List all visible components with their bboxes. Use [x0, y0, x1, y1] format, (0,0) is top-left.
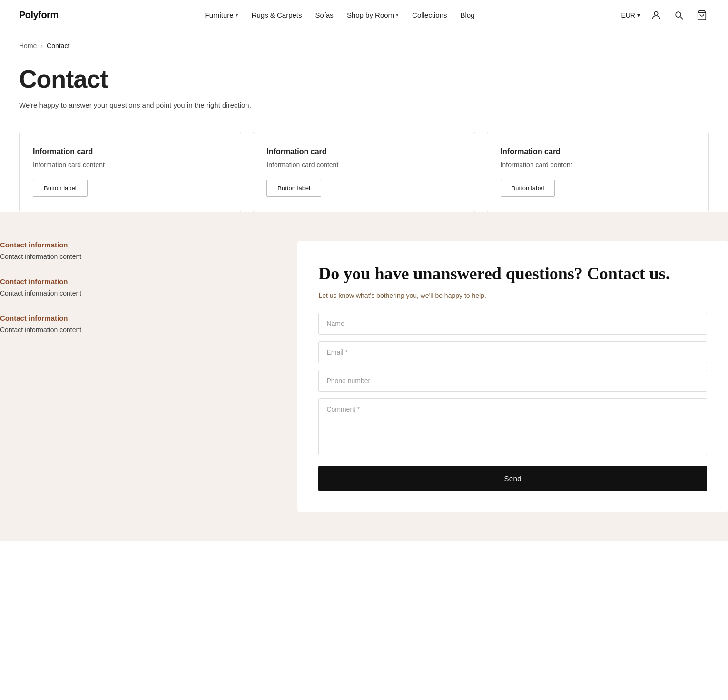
user-icon	[651, 10, 661, 20]
card-button-3[interactable]: Button label	[501, 180, 555, 197]
nav-label: Sofas	[315, 11, 334, 19]
card-button-2[interactable]: Button label	[266, 180, 321, 197]
contact-info-col: Contact information Contact information …	[0, 241, 269, 351]
chevron-down-icon: ▾	[236, 12, 238, 18]
nav-item-furniture[interactable]: Furniture ▾	[205, 11, 238, 19]
card-title: Information card	[33, 148, 227, 156]
nav-label: Rugs & Carpets	[252, 11, 302, 19]
card-content: Information card content	[266, 161, 461, 168]
phone-input[interactable]	[318, 370, 707, 392]
nav-item-collections[interactable]: Collections	[412, 11, 447, 19]
contact-info-label-3: Contact information	[0, 314, 269, 322]
currency-label: EUR	[621, 11, 635, 19]
breadcrumb-current: Contact	[47, 42, 69, 49]
email-input[interactable]	[318, 341, 707, 363]
contact-section: Contact information Contact information …	[0, 212, 728, 541]
nav-item-sofas[interactable]: Sofas	[315, 11, 334, 19]
contact-info-block-3: Contact information Contact information …	[0, 314, 269, 334]
header: Polyform Furniture ▾ Rugs & Carpets Sofa…	[0, 0, 728, 30]
svg-point-1	[676, 12, 681, 17]
svg-line-2	[680, 17, 683, 19]
search-icon	[674, 10, 684, 20]
card-button-1[interactable]: Button label	[33, 180, 88, 197]
card-content: Information card content	[33, 161, 227, 168]
chevron-down-icon: ▾	[637, 11, 640, 19]
account-button[interactable]	[649, 8, 663, 22]
svg-point-0	[654, 11, 658, 15]
nav-item-blog[interactable]: Blog	[460, 11, 474, 19]
search-button[interactable]	[672, 8, 686, 22]
page-title: Contact	[19, 65, 709, 93]
cards-grid: Information card Information card conten…	[19, 132, 709, 212]
info-card-3: Information card Information card conten…	[487, 132, 709, 212]
breadcrumb-separator: ›	[40, 42, 43, 49]
contact-form-card: Do you have unanswered questions? Contac…	[297, 241, 728, 512]
logo[interactable]: Polyform	[19, 10, 59, 20]
nav-label: Furniture	[205, 11, 234, 19]
contact-info-label-1: Contact information	[0, 241, 269, 249]
info-card-2: Information card Information card conten…	[253, 132, 475, 212]
page-subtitle: We're happy to answer your questions and…	[19, 101, 709, 109]
contact-info-content-2: Contact information content	[0, 289, 269, 297]
nav-label: Shop by Room	[347, 11, 394, 19]
nav-label: Collections	[412, 11, 447, 19]
nav-label: Blog	[460, 11, 474, 19]
card-title: Information card	[501, 148, 695, 156]
name-input[interactable]	[318, 313, 707, 335]
header-actions: EUR ▾	[621, 8, 709, 22]
breadcrumb: Home › Contact	[0, 30, 728, 49]
breadcrumb-home[interactable]: Home	[19, 42, 37, 49]
contact-info-block-2: Contact information Contact information …	[0, 277, 269, 297]
info-card-1: Information card Information card conten…	[19, 132, 241, 212]
form-heading: Do you have unanswered questions? Contac…	[318, 264, 707, 284]
card-title: Information card	[266, 148, 461, 156]
chevron-down-icon: ▾	[396, 12, 399, 18]
card-content: Information card content	[501, 161, 695, 168]
main-content: Contact We're happy to answer your quest…	[0, 65, 728, 212]
nav-item-shop-by-room[interactable]: Shop by Room ▾	[347, 11, 399, 19]
contact-info-content-3: Contact information content	[0, 326, 269, 334]
nav-item-rugs[interactable]: Rugs & Carpets	[252, 11, 302, 19]
currency-selector[interactable]: EUR ▾	[621, 11, 640, 19]
cart-icon	[697, 10, 707, 20]
cart-button[interactable]	[695, 8, 709, 22]
contact-info-block-1: Contact information Contact information …	[0, 241, 269, 260]
form-subtext: Let us know what's bothering you, we'll …	[318, 292, 707, 299]
send-button[interactable]: Send	[318, 466, 707, 491]
comment-input[interactable]	[318, 398, 707, 455]
contact-info-label-2: Contact information	[0, 277, 269, 286]
main-nav: Furniture ▾ Rugs & Carpets Sofas Shop by…	[205, 11, 475, 19]
contact-info-content-1: Contact information content	[0, 253, 269, 260]
